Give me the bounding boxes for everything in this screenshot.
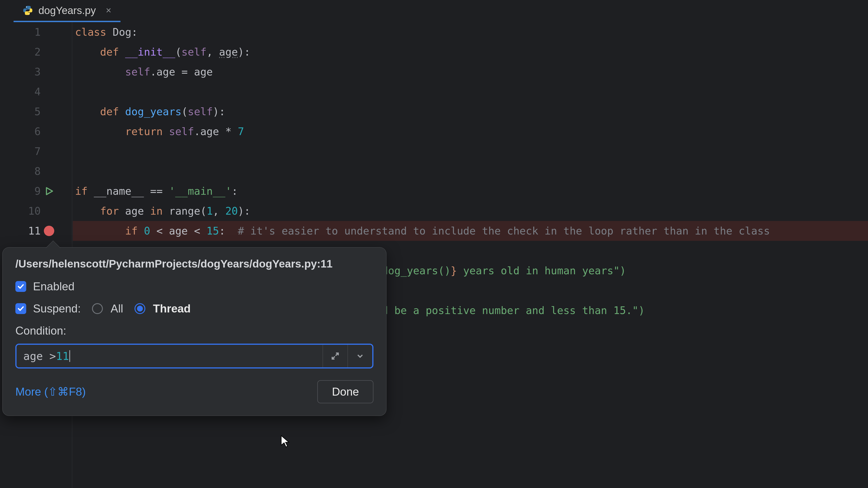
line-number: 11 [0,225,41,237]
suspend-checkbox[interactable] [16,303,26,314]
token-self: self [125,66,150,78]
line-number: 6 [0,125,41,138]
suspend-thread-label: Thread [153,302,191,315]
expand-condition-icon[interactable] [322,345,347,367]
svg-point-1 [29,13,30,14]
token: range [163,205,200,217]
token: ( [200,205,207,217]
text-caret [69,350,70,362]
breakpoint-path: /Users/helenscott/PycharmProjects/dogYea… [16,258,373,270]
token: ( [182,105,188,118]
token-string: years old in human years") [457,265,626,277]
token: ): [213,105,225,118]
token: < age < [150,225,206,237]
enabled-checkbox[interactable] [16,281,26,292]
condition-number: 11 [56,350,69,362]
token-string: should be a positive number and less tha… [350,304,645,317]
token: : [131,26,138,38]
suspend-thread-radio[interactable] [134,303,145,314]
enabled-label: Enabled [33,280,74,293]
token-number: 15 [207,225,219,237]
token-string: '__main__' [169,185,231,197]
token-keyword: def [100,105,119,118]
line-number: 3 [0,66,41,78]
token: ( [175,46,182,58]
more-link[interactable]: More (⇧⌘F8) [16,385,86,398]
line-number: 4 [0,86,41,98]
condition-input[interactable]: age > 11 [17,345,322,367]
token-keyword: if [125,225,138,237]
token-number: 0 [144,225,150,237]
breakpoint-icon[interactable] [44,226,54,236]
token: age [119,205,150,217]
token: ): [238,205,250,217]
line-number: 10 [0,205,41,217]
breakpoint-popup: /Users/helenscott/PycharmProjects/dogYea… [2,247,386,416]
token-self: self [188,105,213,118]
token: , [213,205,225,217]
token [138,225,144,237]
token-self: self [182,46,207,58]
token-self: self [163,125,194,138]
token-number: 1 [207,205,213,217]
suspend-all-radio[interactable] [92,303,103,314]
condition-field-wrap: age > 11 [16,344,373,368]
suspend-label: Suspend: [33,302,81,315]
token: : [231,185,238,197]
condition-label: Condition: [16,324,373,337]
done-button[interactable]: Done [317,380,373,403]
token-keyword: in [150,205,162,217]
condition-history-dropdown-icon[interactable] [347,345,372,367]
token-number: 20 [225,205,238,217]
line-number: 7 [0,145,41,158]
token-fn: dog_years [125,105,182,118]
token-keyword: class [75,26,106,38]
token: : [219,225,225,237]
line-number: 8 [0,165,41,177]
close-icon[interactable]: × [106,6,112,15]
run-gutter-icon[interactable] [44,186,54,196]
line-number: 1 [0,26,41,38]
token: .age = age [150,66,213,78]
condition-text: age > [23,350,56,362]
token-keyword: for [100,205,119,217]
python-file-icon [23,5,33,15]
suspend-all-label: All [111,302,123,315]
token [225,225,238,237]
token: __name__ == [88,185,169,197]
token-keyword: if [75,185,88,197]
line-number: 9 [0,185,41,197]
svg-point-0 [26,6,27,7]
tab-bar: dogYears.py × [0,0,868,22]
line-number: 5 [0,105,41,118]
token: .age * [194,125,238,138]
token-number: 7 [238,125,244,138]
token-classname: Dog [113,26,131,38]
tab-dogyears[interactable]: dogYears.py × [13,0,121,22]
token: ): [238,46,250,58]
token-magic: __init__ [125,46,176,58]
token-comment: # it's easier to understand to include t… [238,225,770,237]
tab-filename: dogYears.py [38,4,96,17]
token-param: age [219,46,238,58]
token-keyword: def [100,46,119,58]
token-keyword: return [125,125,163,138]
token: } [451,265,457,277]
line-number: 2 [0,46,41,58]
token: , [207,46,219,58]
